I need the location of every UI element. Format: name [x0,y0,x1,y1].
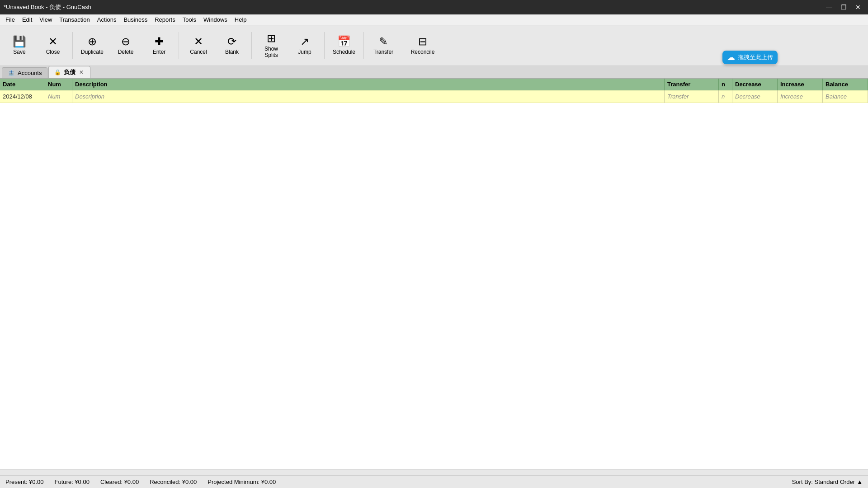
status-left: Present: ¥0.00 Future: ¥0.00 Cleared: ¥0… [5,479,276,485]
maximize-button[interactable]: ❐ [837,3,850,12]
column-headers: Date Num Description Transfer n Decrease… [0,79,868,90]
duplicate-icon: ⊕ [88,36,97,47]
status-present: Present: ¥0.00 [5,479,44,485]
tabs-bar: 🏦 Accounts 🔒 负债 ✕ [0,66,868,79]
new-transaction-row[interactable]: 2024/12/08 Num Description Transfer n De… [0,90,868,103]
ledger-label: 负债 [64,68,75,76]
jump-label: Jump [298,49,311,55]
window-controls: — ❐ ✕ [823,3,864,12]
toolbar-close-button[interactable]: ✕ Close [37,28,69,64]
toolbar-separator [251,32,252,59]
toolbar-separator [324,32,325,59]
col-header-reconcile: n [719,79,732,90]
toolbar-duplicate-button[interactable]: ⊕ Duplicate [76,28,108,64]
status-future: Future: ¥0.00 [55,479,90,485]
save-label: Save [13,49,25,55]
menu-item-tools[interactable]: Tools [179,15,200,24]
toolbar-show-splits-button[interactable]: ⊞ Show Splits [255,28,287,64]
close-button[interactable]: ✕ [852,3,864,12]
col-header-decrease: Decrease [732,79,778,90]
menu-item-file[interactable]: File [2,15,19,24]
delete-icon: ⊖ [121,36,130,47]
enter-icon: ✚ [155,36,164,47]
menu-item-view[interactable]: View [36,15,56,24]
blank-icon: ⟳ [227,36,236,47]
accounts-label: Accounts [18,70,42,76]
empty-ledger-area [0,103,868,469]
toolbar-schedule-button[interactable]: 📅 Schedule [328,28,360,64]
row-num[interactable]: Num [45,90,72,103]
toolbar-reconcile-button[interactable]: ⊟ Reconcile [407,28,439,64]
status-reconciled: Reconciled: ¥0.00 [150,479,197,485]
close-icon: ✕ [48,36,57,47]
toolbar-blank-button[interactable]: ⟳ Blank [216,28,248,64]
cancel-icon: ✕ [194,36,203,47]
menu-bar: FileEditViewTransactionActionsBusinessRe… [0,14,868,25]
close-label: Close [46,49,60,55]
col-header-transfer: Transfer [665,79,719,90]
toolbar-cancel-button[interactable]: ✕ Cancel [183,28,214,64]
col-header-balance: Balance [823,79,868,90]
row-transfer[interactable]: Transfer [665,90,719,103]
transfer-label: Transfer [373,49,393,55]
row-decrease[interactable]: Decrease [732,90,778,103]
tab-ledger[interactable]: 🔒 负债 ✕ [48,66,90,78]
status-bar: Present: ¥0.00 Future: ¥0.00 Cleared: ¥0… [0,475,868,488]
row-description[interactable]: Description [72,90,665,103]
menu-item-windows[interactable]: Windows [200,15,231,24]
reconcile-icon: ⊟ [418,36,427,47]
menu-item-transaction[interactable]: Transaction [56,15,93,24]
delete-label: Delete [118,49,134,55]
transfer-icon: ✎ [379,36,388,47]
toolbar-enter-button[interactable]: ✚ Enter [143,28,175,64]
menu-item-business[interactable]: Business [120,15,151,24]
row-balance: Balance [823,90,868,103]
minimize-button[interactable]: — [823,3,835,12]
title-bar: *Unsaved Book - 负债 - GnuCash — ❐ ✕ [0,0,868,14]
menu-item-edit[interactable]: Edit [19,15,36,24]
menu-item-actions[interactable]: Actions [94,15,120,24]
lock-icon: 🔒 [54,69,61,75]
col-header-increase: Increase [778,79,823,90]
row-reconcile: n [719,90,732,103]
accounts-icon: 🏦 [8,70,15,76]
status-cleared: Cleared: ¥0.00 [100,479,139,485]
toolbar-delete-button[interactable]: ⊖ Delete [110,28,142,64]
show-splits-label: Show Splits [257,46,285,58]
status-projected: Projected Minimum: ¥0.00 [208,479,276,485]
horizontal-scrollbar[interactable] [0,469,868,475]
window-title: *Unsaved Book - 负债 - GnuCash [4,3,91,11]
upload-label: 拖拽至此上传 [738,53,773,61]
schedule-label: Schedule [333,49,355,55]
toolbar-save-button[interactable]: 💾 Save [4,28,35,64]
cloud-upload-icon: ☁ [727,52,735,62]
toolbar-jump-button[interactable]: ↗ Jump [289,28,321,64]
schedule-icon: 📅 [337,36,351,47]
menu-item-reports[interactable]: Reports [151,15,179,24]
toolbar-separator [72,32,73,59]
reconcile-label: Reconcile [411,49,435,55]
toolbar-separator [179,32,179,59]
save-icon: 💾 [13,36,26,47]
show-splits-icon: ⊞ [267,33,276,44]
jump-icon: ↗ [300,36,309,47]
main-content: Date Num Description Transfer n Decrease… [0,79,868,475]
menu-item-help[interactable]: Help [231,15,250,24]
duplicate-label: Duplicate [81,49,104,55]
toolbar-separator [363,32,364,59]
status-right: Sort By: Standard Order ▲ [792,479,863,485]
row-date[interactable]: 2024/12/08 [0,90,45,103]
col-header-num: Num [45,79,72,90]
blank-label: Blank [225,49,239,55]
col-header-date: Date [0,79,45,90]
upload-widget[interactable]: ☁ 拖拽至此上传 [722,51,778,64]
cancel-label: Cancel [190,49,207,55]
tab-accounts[interactable]: 🏦 Accounts [2,67,47,78]
row-increase[interactable]: Increase [778,90,823,103]
toolbar-transfer-button[interactable]: ✎ Transfer [368,28,399,64]
enter-label: Enter [153,49,166,55]
tab-close-button[interactable]: ✕ [78,69,85,75]
sort-arrow-icon[interactable]: ▲ [857,479,863,485]
toolbar-separator [403,32,403,59]
sort-by-label: Sort By: Standard Order [792,479,855,485]
